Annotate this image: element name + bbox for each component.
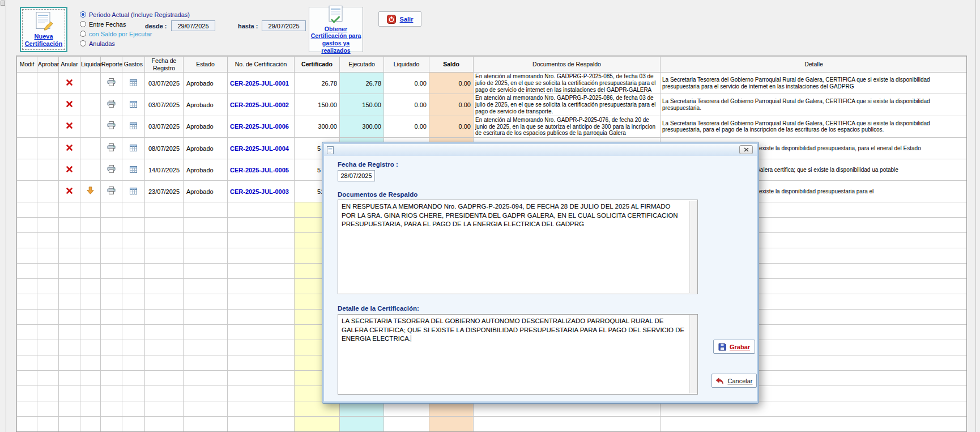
printer-icon[interactable] xyxy=(107,165,116,173)
gastos-cell[interactable] xyxy=(122,138,145,159)
estado-cell xyxy=(184,264,228,279)
printer-icon[interactable] xyxy=(107,143,116,151)
reporte-cell[interactable] xyxy=(101,73,122,94)
gastos-cell[interactable] xyxy=(122,94,145,116)
cancelar-button[interactable]: Cancelar xyxy=(711,374,757,388)
anular-cell[interactable] xyxy=(59,181,80,202)
dialog-titlebar[interactable] xyxy=(324,144,757,156)
gastos-cell xyxy=(122,371,145,386)
gastos-cell[interactable] xyxy=(122,181,145,202)
nueva-certificacion-button[interactable]: Nueva Certificación xyxy=(20,7,67,52)
modif-cell[interactable] xyxy=(17,94,37,116)
column-header[interactable]: Gastos xyxy=(122,57,145,73)
column-header[interactable]: No. de Certificación xyxy=(228,57,295,73)
table-row[interactable]: 03/07/2025AprobadoCER-2025-JUL-0006300.0… xyxy=(17,116,968,137)
anular-cell[interactable] xyxy=(59,94,80,116)
liquidar-cell[interactable] xyxy=(80,73,101,94)
printer-icon[interactable] xyxy=(107,187,116,194)
column-header[interactable]: Fecha de Registro xyxy=(145,57,184,73)
certification-number[interactable]: CER-2025-JUL-0005 xyxy=(228,159,295,181)
gastos-grid-icon[interactable] xyxy=(130,145,137,151)
aprobar-cell[interactable] xyxy=(37,94,59,116)
salir-button[interactable]: Salir xyxy=(378,11,421,27)
certification-number[interactable]: CER-2025-JUL-0006 xyxy=(228,116,295,137)
aprobar-cell[interactable] xyxy=(37,159,59,181)
certification-number[interactable]: CER-2025-JUL-0003 xyxy=(228,181,295,202)
anular-x-icon[interactable] xyxy=(66,166,73,173)
anular-x-icon[interactable] xyxy=(66,79,73,86)
column-header[interactable]: Detalle xyxy=(661,57,968,73)
certification-number[interactable]: CER-2025-JUL-0002 xyxy=(228,94,295,116)
textarea-scrollbar[interactable] xyxy=(689,201,697,293)
hasta-date-input[interactable]: 29/07/2025 xyxy=(262,20,306,31)
fecha-registro-cell xyxy=(145,310,184,325)
textarea-scrollbar[interactable] xyxy=(689,315,697,393)
grabar-button[interactable]: Grabar xyxy=(713,340,755,354)
modif-cell[interactable] xyxy=(17,138,37,159)
anular-x-icon[interactable] xyxy=(66,122,73,129)
column-header[interactable]: Documentos de Respaldo xyxy=(474,57,661,73)
column-header[interactable]: Certificado xyxy=(295,57,340,73)
table-row[interactable]: 03/07/2025AprobadoCER-2025-JUL-000126.78… xyxy=(17,73,968,94)
dialog-close-button[interactable] xyxy=(739,145,753,154)
obtener-certificacion-button[interactable]: Obtener Certificación para gastos ya rea… xyxy=(309,7,363,52)
gastos-grid-icon[interactable] xyxy=(130,122,137,129)
anular-cell[interactable] xyxy=(59,73,80,94)
reporte-cell[interactable] xyxy=(101,138,122,159)
anular-x-icon[interactable] xyxy=(66,100,73,108)
anular-cell[interactable] xyxy=(59,159,80,181)
column-header[interactable]: Aprobar xyxy=(37,57,59,73)
aprobar-cell[interactable] xyxy=(37,181,59,202)
fecha-registro-input[interactable]: 28/07/2025 xyxy=(338,170,375,181)
gastos-grid-icon[interactable] xyxy=(130,101,137,108)
table-row[interactable]: 03/07/2025AprobadoCER-2025-JUL-0002150.0… xyxy=(17,94,968,116)
gastos-grid-icon[interactable] xyxy=(130,188,137,194)
printer-icon[interactable] xyxy=(107,100,116,108)
modif-cell[interactable] xyxy=(17,159,37,181)
aprobar-cell[interactable] xyxy=(37,138,59,159)
anular-x-icon[interactable] xyxy=(66,187,73,194)
panel-grip[interactable] xyxy=(1,1,5,6)
modif-cell[interactable] xyxy=(17,181,37,202)
column-header[interactable]: Reporte xyxy=(101,57,122,73)
column-header[interactable]: Modif xyxy=(17,57,37,73)
liquidar-cell[interactable] xyxy=(80,116,101,137)
certification-number[interactable]: CER-2025-JUL-0001 xyxy=(228,73,295,94)
column-header[interactable]: Anular xyxy=(59,57,80,73)
reporte-cell[interactable] xyxy=(101,181,122,202)
aprobar-cell[interactable] xyxy=(37,73,59,94)
radio-periodo-actual[interactable]: Periodo Actual (Incluye Registradas) xyxy=(80,10,190,19)
anular-cell[interactable] xyxy=(59,116,80,137)
column-header[interactable]: Ejecutado xyxy=(340,57,384,73)
documentos-respaldo-textarea[interactable]: EN RESPUESTA A MEMORANDO Nro. GADPRG-P-2… xyxy=(338,200,698,294)
gastos-cell[interactable] xyxy=(122,159,145,181)
certification-number[interactable]: CER-2025-JUL-0004 xyxy=(228,138,295,159)
detalle-certificacion-textarea[interactable]: LA SECRETARIA TESORERA DEL GOBIERNO AUTO… xyxy=(338,314,698,395)
anular-x-icon[interactable] xyxy=(66,144,73,151)
gastos-grid-icon[interactable] xyxy=(130,166,137,173)
gastos-grid-icon[interactable] xyxy=(130,79,137,86)
column-header[interactable]: Saldo xyxy=(429,57,474,73)
column-header[interactable]: Liquidado xyxy=(384,57,429,73)
liquidar-cell[interactable] xyxy=(80,94,101,116)
column-header[interactable]: Estado xyxy=(184,57,228,73)
desde-date-input[interactable]: 29/07/2025 xyxy=(171,20,215,31)
liquidar-cell[interactable] xyxy=(80,181,101,202)
reporte-cell[interactable] xyxy=(101,116,122,137)
modif-cell[interactable] xyxy=(17,116,37,137)
printer-icon[interactable] xyxy=(107,121,116,129)
reporte-cell[interactable] xyxy=(101,94,122,116)
column-header[interactable]: Liquidar xyxy=(80,57,101,73)
printer-icon[interactable] xyxy=(107,78,116,86)
liquidar-down-arrow-icon[interactable] xyxy=(87,187,94,194)
reporte-cell[interactable] xyxy=(101,159,122,181)
gastos-cell[interactable] xyxy=(122,116,145,137)
liquidar-cell[interactable] xyxy=(80,138,101,159)
anular-cell[interactable] xyxy=(59,138,80,159)
radio-anuladas[interactable]: Anuladas xyxy=(80,39,190,48)
ejecutado-cell xyxy=(340,417,384,432)
gastos-cell[interactable] xyxy=(122,73,145,94)
modif-cell[interactable] xyxy=(17,73,37,94)
aprobar-cell[interactable] xyxy=(37,116,59,137)
liquidar-cell[interactable] xyxy=(80,159,101,181)
